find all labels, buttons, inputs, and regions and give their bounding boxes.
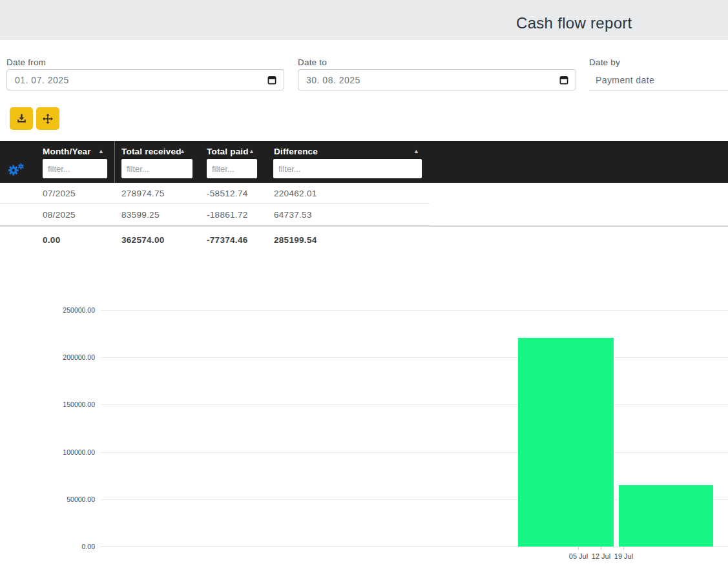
- gears-icon: [6, 170, 25, 180]
- summary-total-received: 362574.00: [121, 235, 165, 245]
- sort-asc-icon[interactable]: ▲: [180, 148, 185, 154]
- date-by-select[interactable]: Payment date: [589, 69, 728, 90]
- x-axis-label: 12 Jul: [585, 552, 618, 560]
- gridline: [100, 310, 728, 311]
- download-icon: [17, 114, 26, 123]
- table-header: Month/Year Total received Total paid Dif…: [0, 141, 728, 183]
- summary-total-paid: -77374.46: [207, 235, 248, 245]
- cell-total-received: 83599.25: [121, 210, 160, 220]
- date-to-value: 30. 08. 2025: [306, 75, 360, 85]
- cell-total-paid: -58512.74: [207, 189, 248, 198]
- x-axis-tick: [601, 547, 601, 550]
- x-axis-label: 05 Jul: [563, 552, 595, 560]
- date-by-value: Payment date: [596, 75, 654, 85]
- difference-filter-input[interactable]: [273, 159, 422, 178]
- y-axis-label: 50000.00: [0, 495, 95, 503]
- table-summary-row: 0.00 362574.00 -77374.46 285199.54: [0, 225, 728, 253]
- total-paid-filter-input[interactable]: [207, 159, 257, 178]
- date-from-label: Date from: [6, 57, 46, 67]
- page-title: Cash flow report: [516, 14, 632, 32]
- chart-bar-08-2025[interactable]: [619, 485, 713, 547]
- column-header-total-paid[interactable]: Total paid: [207, 147, 249, 156]
- x-axis-tick: [578, 547, 579, 550]
- cell-month-year: 08/2025: [43, 210, 76, 220]
- sort-asc-icon[interactable]: ▲: [98, 148, 104, 154]
- gridline: [100, 547, 728, 547]
- y-axis-label: 150000.00: [0, 401, 95, 408]
- date-to-input[interactable]: 30. 08. 2025: [298, 69, 576, 90]
- y-axis-label: 200000.00: [0, 353, 95, 361]
- cell-difference: 220462.01: [274, 189, 317, 198]
- y-axis-label: 100000.00: [0, 448, 95, 456]
- month-year-filter-input[interactable]: [43, 159, 107, 178]
- gridline: [100, 452, 728, 453]
- move-icon: [43, 114, 53, 124]
- y-axis-label: 250000.00: [0, 306, 95, 314]
- sort-asc-icon[interactable]: ▲: [413, 148, 419, 154]
- summary-month-year: 0.00: [43, 235, 60, 245]
- column-header-difference[interactable]: Difference: [274, 147, 318, 156]
- download-button[interactable]: [10, 107, 33, 130]
- date-to-label: Date to: [298, 57, 327, 67]
- gridline: [100, 357, 728, 358]
- table-settings-button[interactable]: [6, 161, 25, 178]
- total-received-filter-input[interactable]: [121, 159, 192, 178]
- date-by-label: Date by: [589, 57, 620, 67]
- y-axis-label: 0.00: [0, 543, 95, 550]
- table-row[interactable]: 08/2025 83599.25 -18861.72 64737.53: [0, 204, 430, 225]
- cell-month-year: 07/2025: [43, 189, 76, 198]
- calendar-icon[interactable]: [559, 76, 568, 85]
- cash-flow-report-page: Cash flow report Date from Date to Date …: [0, 0, 728, 573]
- x-axis-label: 19 Jul: [608, 552, 640, 560]
- summary-difference: 285199.54: [274, 235, 317, 245]
- cell-difference: 64737.53: [274, 210, 312, 220]
- date-from-input[interactable]: 01. 07. 2025: [6, 69, 284, 90]
- column-header-total-received[interactable]: Total received: [121, 147, 182, 156]
- chart-bar-07-2025[interactable]: [518, 338, 614, 547]
- cell-total-paid: -18861.72: [207, 210, 248, 220]
- gridline: [100, 404, 728, 405]
- column-separator: [114, 141, 115, 183]
- date-from-value: 01. 07. 2025: [15, 75, 69, 85]
- move-button[interactable]: [36, 107, 59, 130]
- column-header-month-year[interactable]: Month/Year: [43, 147, 91, 156]
- table-row[interactable]: 07/2025 278974.75 -58512.74 220462.01: [0, 183, 430, 204]
- page-header: Cash flow report: [0, 0, 728, 40]
- cell-total-received: 278974.75: [121, 189, 165, 198]
- calendar-icon[interactable]: [267, 76, 276, 85]
- x-axis-tick: [623, 547, 624, 550]
- sort-asc-icon[interactable]: ▲: [249, 148, 255, 154]
